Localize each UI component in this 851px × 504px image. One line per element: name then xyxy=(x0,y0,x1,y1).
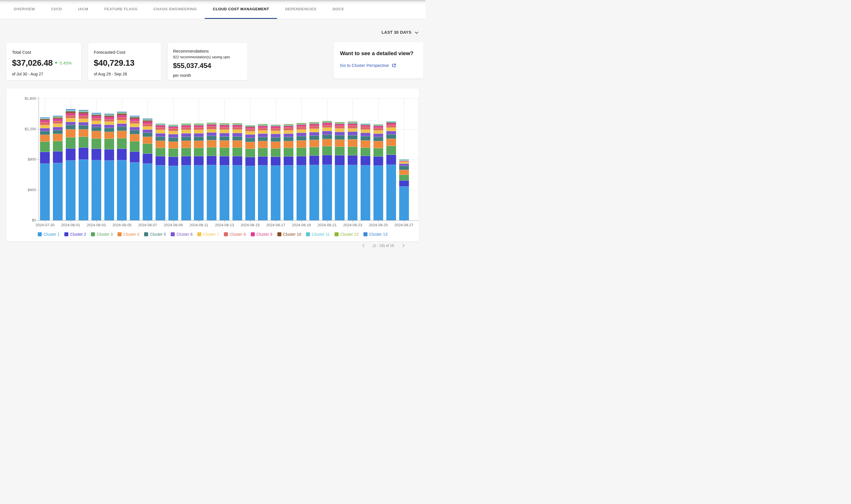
bar-segment-cluster-7 xyxy=(386,128,396,131)
tab-overview[interactable]: OVERVIEW xyxy=(6,0,43,19)
chart-bar[interactable] xyxy=(245,125,255,220)
forecasted-cost-value: $40,729.13 xyxy=(94,58,134,68)
legend-label: Cluster 10 xyxy=(283,232,301,237)
module-tab-bar: OVERVIEWCI/CDIACMFEATURE FLAGSCHAOS ENGI… xyxy=(0,0,426,19)
legend-item-cluster-10[interactable]: Cluster 10 xyxy=(277,232,301,237)
legend-item-cluster-11[interactable]: Cluster 11 xyxy=(306,232,330,237)
tab-chaos-engineering[interactable]: CHAOS ENGINEERING xyxy=(145,0,205,19)
legend-swatch xyxy=(334,232,338,236)
legend-item-cluster-1[interactable]: Cluster 1 xyxy=(38,232,59,237)
chart-bar[interactable] xyxy=(335,122,345,220)
bar-segment-cluster-2 xyxy=(271,157,280,166)
bar-segment-cluster-5 xyxy=(399,166,409,170)
bar-segment-cluster-6 xyxy=(79,122,88,125)
legend-item-cluster-6[interactable]: Cluster 6 xyxy=(171,232,192,237)
tab-cloud-cost-management[interactable]: CLOUD COST MANAGEMENT xyxy=(205,0,277,19)
triangle-down-icon xyxy=(55,62,57,64)
y-axis-label: $1,600 xyxy=(19,96,36,101)
legend-item-cluster-3[interactable]: Cluster 3 xyxy=(91,232,113,237)
chart-bar[interactable] xyxy=(297,123,306,220)
bar-segment-cluster-8 xyxy=(143,124,152,127)
bar-segment-cluster-2 xyxy=(66,148,75,161)
bar-segment-cluster-4 xyxy=(271,142,280,148)
chart-bar[interactable] xyxy=(66,109,75,220)
legend-label: Cluster 3 xyxy=(97,232,113,237)
bar-segment-cluster-7 xyxy=(399,162,409,164)
next-page-button[interactable] xyxy=(401,244,405,248)
chart-bar[interactable] xyxy=(220,123,229,220)
recommendations-suffix: per month xyxy=(173,73,242,78)
chart-bar[interactable] xyxy=(117,112,127,220)
chart-bar[interactable] xyxy=(374,124,383,220)
chart-bar[interactable] xyxy=(104,114,114,220)
chart-bar[interactable] xyxy=(322,121,332,220)
chart-bar[interactable] xyxy=(181,123,191,220)
chart-bar[interactable] xyxy=(361,123,370,220)
bar-segment-cluster-6 xyxy=(361,133,370,136)
bar-segment-cluster-3 xyxy=(79,137,88,148)
chart-bar[interactable] xyxy=(284,124,293,220)
chart-bar[interactable] xyxy=(53,116,63,220)
chart-bar[interactable] xyxy=(143,119,152,220)
tab-iacm[interactable]: IACM xyxy=(70,0,97,19)
legend-item-cluster-8[interactable]: Cluster 8 xyxy=(224,232,246,237)
bar-segment-cluster-1 xyxy=(169,166,178,220)
legend-item-cluster-12[interactable]: Cluster 12 xyxy=(334,232,359,237)
chart-bar[interactable] xyxy=(399,159,409,220)
legend-item-cluster-7[interactable]: Cluster 7 xyxy=(197,232,219,237)
x-axis-label: 2024-08-17 xyxy=(263,223,289,227)
total-cost-title: Total Cost xyxy=(12,50,75,55)
legend-item-cluster-4[interactable]: Cluster 4 xyxy=(118,232,139,237)
previous-page-button[interactable] xyxy=(362,244,366,248)
chart-bar[interactable] xyxy=(91,113,101,220)
cluster-perspective-link[interactable]: Go to Cluster Perspective xyxy=(340,63,417,68)
chart-bar[interactable] xyxy=(194,123,204,220)
bar-segment-cluster-7 xyxy=(143,127,152,130)
chart-bar[interactable] xyxy=(258,124,268,220)
chart-bar[interactable] xyxy=(271,125,280,220)
chart-bar[interactable] xyxy=(386,121,396,220)
tab-ci-cd[interactable]: CI/CD xyxy=(43,0,70,19)
chart-bar[interactable] xyxy=(309,122,319,220)
chart-bar[interactable] xyxy=(79,110,88,220)
legend-item-cluster-13[interactable]: Cluster 13 xyxy=(363,232,387,237)
legend-swatch xyxy=(118,232,122,236)
bar-segment-cluster-7 xyxy=(309,129,319,132)
bar-segment-cluster-5 xyxy=(386,134,396,139)
legend-item-cluster-9[interactable]: Cluster 9 xyxy=(251,232,273,237)
chart-bar[interactable] xyxy=(169,125,178,220)
bar-segment-cluster-2 xyxy=(169,157,178,166)
chart-bar[interactable] xyxy=(348,122,358,220)
chart-bar[interactable] xyxy=(130,116,140,220)
x-axis-tick xyxy=(71,220,71,222)
bar-segment-cluster-5 xyxy=(335,136,345,140)
bar-segment-cluster-8 xyxy=(156,127,165,130)
time-range-selector[interactable]: LAST 30 DAYS xyxy=(381,29,417,36)
x-axis-label: 2024-08-25 xyxy=(365,223,391,227)
bar-segment-cluster-7 xyxy=(207,129,216,132)
bar-segment-cluster-3 xyxy=(374,148,383,157)
chart-bar[interactable] xyxy=(40,118,50,220)
bar-segment-cluster-2 xyxy=(322,155,332,165)
bar-segment-cluster-9 xyxy=(117,115,127,118)
chart-bar[interactable] xyxy=(156,123,165,220)
x-axis-tick xyxy=(122,220,122,222)
tab-docs[interactable]: DOCS xyxy=(325,0,352,19)
bar-segment-cluster-5 xyxy=(79,125,88,129)
bar-segment-cluster-1 xyxy=(361,165,370,220)
bar-segment-cluster-2 xyxy=(232,156,242,165)
chart-legend: Cluster 1Cluster 2Cluster 3Cluster 4Clus… xyxy=(6,232,419,237)
tab-dependencies[interactable]: DEPENDENCIES xyxy=(277,0,325,19)
legend-item-cluster-5[interactable]: Cluster 5 xyxy=(144,232,166,237)
bar-segment-cluster-6 xyxy=(322,131,332,135)
bar-segment-cluster-8 xyxy=(374,128,383,130)
bar-segment-cluster-3 xyxy=(258,148,268,156)
legend-label: Cluster 12 xyxy=(340,232,359,237)
chart-bar[interactable] xyxy=(207,123,216,220)
chart-bar[interactable] xyxy=(232,123,242,220)
legend-item-cluster-2[interactable]: Cluster 2 xyxy=(64,232,86,237)
external-link-icon xyxy=(392,63,396,68)
legend-swatch xyxy=(251,232,255,236)
tab-feature-flags[interactable]: FEATURE FLAGS xyxy=(97,0,145,19)
bar-segment-cluster-5 xyxy=(374,137,383,141)
